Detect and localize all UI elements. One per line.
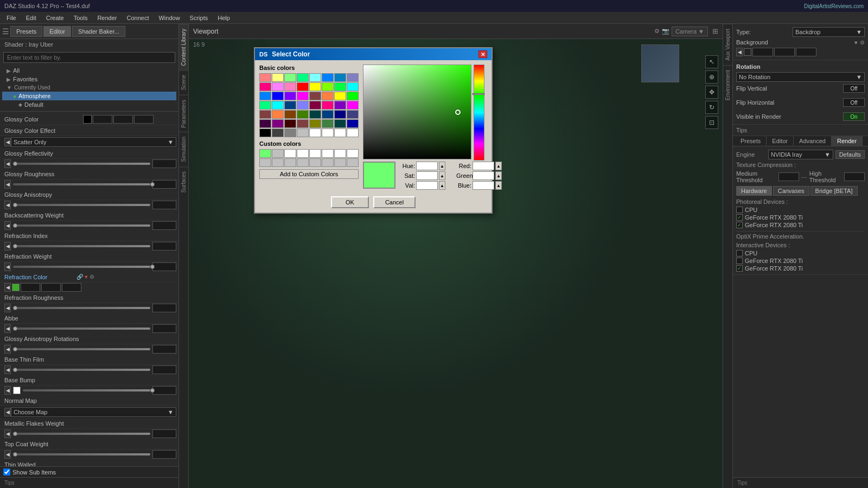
basic-color-cell[interactable] bbox=[347, 92, 359, 100]
scatter-only-dropdown[interactable]: Scatter Only ▼ bbox=[11, 137, 176, 147]
basic-color-cell[interactable] bbox=[284, 82, 296, 91]
blue-up[interactable]: ▲ bbox=[495, 181, 502, 190]
basic-color-cell[interactable] bbox=[297, 101, 309, 110]
nm-arrow[interactable]: ◀ bbox=[4, 408, 11, 416]
bw-track[interactable] bbox=[13, 224, 150, 227]
custom-color-cell[interactable] bbox=[309, 158, 321, 167]
green-up[interactable]: ▲ bbox=[495, 171, 502, 180]
viewport-camera-icon[interactable]: 📷 bbox=[662, 28, 669, 35]
visible-render-toggle[interactable]: On bbox=[843, 112, 865, 121]
custom-color-cell[interactable] bbox=[334, 158, 346, 167]
btf-track[interactable] bbox=[13, 369, 150, 371]
side-tab-content-library[interactable]: Content Library bbox=[179, 24, 188, 70]
custom-color-cell[interactable] bbox=[284, 149, 296, 158]
pr-cpu-checkbox[interactable] bbox=[736, 207, 743, 213]
custom-color-cell[interactable] bbox=[309, 149, 321, 158]
mf-track[interactable] bbox=[13, 433, 150, 435]
basic-color-cell[interactable] bbox=[272, 129, 284, 137]
menu-help[interactable]: Help bbox=[213, 14, 234, 22]
basic-color-cell[interactable] bbox=[309, 129, 321, 137]
basic-color-cell[interactable] bbox=[272, 82, 284, 91]
tab-editor[interactable]: Editor bbox=[43, 26, 71, 37]
basic-color-cell[interactable] bbox=[284, 92, 296, 100]
sr-minus[interactable]: ◀ bbox=[4, 159, 11, 168]
flip-vertical-toggle[interactable]: Off bbox=[843, 84, 865, 93]
gar-minus[interactable]: ◀ bbox=[4, 345, 11, 354]
custom-color-cell[interactable] bbox=[334, 149, 346, 158]
basic-color-cell[interactable] bbox=[347, 82, 359, 91]
rw-value[interactable]: 1.00 bbox=[152, 262, 176, 271]
render-tab-presets[interactable]: Presets bbox=[735, 136, 767, 146]
glossy-r[interactable]: 0.00 bbox=[93, 115, 112, 124]
custom-color-cell[interactable] bbox=[322, 149, 334, 158]
rc-b[interactable]: 0.16 bbox=[62, 283, 81, 292]
color-spectrum[interactable] bbox=[363, 65, 471, 159]
mf-value[interactable]: 0.00 bbox=[152, 429, 176, 438]
custom-color-cell[interactable] bbox=[347, 149, 359, 158]
rr-thumb[interactable] bbox=[13, 306, 17, 310]
viewport-settings-icon[interactable]: ⚙ bbox=[654, 28, 660, 35]
type-dropdown[interactable]: Backdrop ▼ bbox=[793, 27, 865, 37]
basic-color-cell[interactable] bbox=[334, 92, 346, 100]
custom-color-cell[interactable] bbox=[347, 158, 359, 167]
custom-color-cell[interactable] bbox=[272, 158, 284, 167]
gr-value[interactable]: 1.00 bbox=[152, 180, 176, 189]
tree-item-all[interactable]: ▶ All bbox=[2, 66, 176, 75]
no-rotation-dropdown[interactable]: No Rotation ▼ bbox=[736, 72, 865, 82]
basic-color-cell[interactable] bbox=[309, 119, 321, 128]
basic-color-cell[interactable] bbox=[259, 92, 271, 100]
abbe-minus[interactable]: ◀ bbox=[4, 324, 11, 333]
bw-value[interactable]: 0.00 bbox=[152, 221, 176, 230]
side-tab-parameters[interactable]: Parameters bbox=[179, 95, 188, 132]
tc-track[interactable] bbox=[13, 453, 150, 455]
ga-thumb[interactable] bbox=[13, 203, 17, 207]
custom-color-cell[interactable] bbox=[322, 158, 334, 167]
bb-thumb[interactable] bbox=[150, 388, 155, 393]
rc-g[interactable]: 1.00 bbox=[41, 283, 61, 292]
tc-thumb[interactable] bbox=[13, 452, 17, 457]
basic-color-cell[interactable] bbox=[322, 92, 334, 100]
hw-tab-hardware[interactable]: Hardware bbox=[736, 186, 772, 196]
basic-color-cell[interactable] bbox=[347, 101, 359, 110]
gar-value[interactable]: 0.00 bbox=[152, 345, 176, 354]
basic-color-cell[interactable] bbox=[259, 129, 271, 137]
hue-up[interactable]: ▲ bbox=[439, 162, 445, 170]
basic-color-cell[interactable] bbox=[334, 129, 346, 137]
menu-connect[interactable]: Connect bbox=[123, 14, 154, 22]
bb-value[interactable]: 1.00 bbox=[152, 386, 176, 395]
render-tab-render[interactable]: Render bbox=[832, 136, 863, 146]
add-to-custom-colors-button[interactable]: Add to Custom Colors bbox=[259, 169, 359, 179]
basic-color-cell[interactable] bbox=[322, 119, 334, 128]
flip-horizontal-toggle[interactable]: Off bbox=[843, 98, 865, 107]
refraction-color-swatch[interactable] bbox=[12, 284, 20, 291]
custom-color-cell[interactable] bbox=[297, 149, 309, 158]
bg-minus[interactable]: ◀ bbox=[736, 48, 743, 56]
basic-color-cell[interactable] bbox=[297, 73, 309, 82]
btf-value[interactable]: 0.00 bbox=[152, 365, 176, 374]
basic-color-cell[interactable] bbox=[297, 119, 309, 128]
tc-minus[interactable]: ◀ bbox=[4, 450, 11, 459]
glossy-g[interactable]: 0.00 bbox=[113, 115, 133, 124]
menu-file[interactable]: File bbox=[2, 14, 21, 22]
tree-item-currently-used[interactable]: ▼ Currently Used bbox=[2, 84, 176, 92]
btf-minus[interactable]: ◀ bbox=[4, 365, 11, 374]
gar-thumb[interactable] bbox=[13, 347, 17, 351]
custom-color-cell[interactable] bbox=[284, 158, 296, 167]
basic-color-cell[interactable] bbox=[297, 110, 309, 119]
basic-color-cell[interactable] bbox=[259, 73, 271, 82]
menu-tools[interactable]: Tools bbox=[69, 14, 92, 22]
rw-track[interactable] bbox=[13, 266, 150, 268]
basic-color-cell[interactable] bbox=[347, 129, 359, 137]
abbe-thumb[interactable] bbox=[13, 326, 17, 331]
hw-tab-canvases[interactable]: Canvases bbox=[773, 186, 809, 196]
gr-thumb[interactable] bbox=[150, 182, 155, 187]
bg-swatch[interactable] bbox=[744, 48, 751, 56]
sr-track[interactable] bbox=[13, 163, 150, 165]
basic-color-cell[interactable] bbox=[322, 73, 334, 82]
bb-minus[interactable]: ◀ bbox=[4, 386, 11, 395]
basic-color-cell[interactable] bbox=[309, 92, 321, 100]
hue-input[interactable]: 111 bbox=[416, 162, 438, 170]
side-tab-surfaces[interactable]: Surfaces bbox=[179, 166, 188, 197]
bg-g[interactable]: 35 bbox=[774, 48, 795, 56]
render-tab-editor[interactable]: Editor bbox=[767, 136, 794, 146]
